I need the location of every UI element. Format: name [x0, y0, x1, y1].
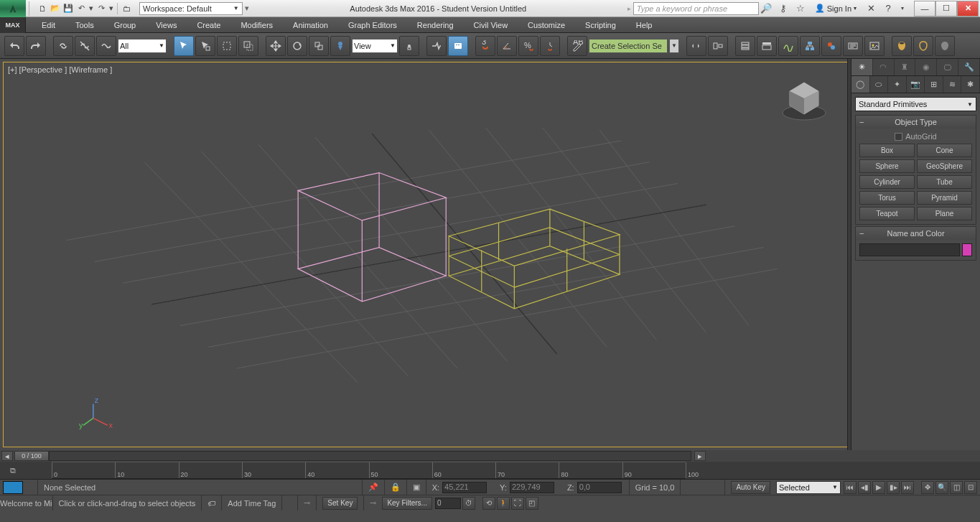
menu-views[interactable]: Views	[146, 17, 187, 33]
maxscript-indicator[interactable]	[3, 481, 23, 494]
box-button[interactable]: Box	[859, 144, 915, 157]
exchange-apps-icon[interactable]: ✕	[864, 1, 878, 16]
select-region-button[interactable]	[217, 36, 237, 56]
exchange-icon[interactable]: ☆	[793, 1, 808, 16]
setkey-button[interactable]: Set Key	[316, 495, 363, 511]
prev-frame-button[interactable]: ◂▮	[858, 481, 871, 494]
cone-button[interactable]: Cone	[917, 144, 972, 157]
lights-subtab[interactable]: ✦	[888, 76, 907, 93]
play-button[interactable]: ▶	[872, 481, 885, 494]
new-icon[interactable]: 🗋	[37, 3, 48, 14]
undo-button[interactable]	[4, 36, 24, 56]
search-submit-icon[interactable]: 🔎	[759, 1, 773, 16]
menu-grapheditors[interactable]: Graph Editors	[338, 17, 407, 33]
key-target-icon[interactable]: ⊸	[363, 495, 382, 511]
pivot-center-button[interactable]	[399, 36, 419, 56]
torus-button[interactable]: Torus	[859, 191, 915, 205]
rendered-frame-button[interactable]	[864, 36, 885, 56]
material-editor-button[interactable]	[821, 36, 841, 56]
edit-named-selection-button[interactable]: ABC	[567, 36, 587, 56]
nav-orbit-button[interactable]: ⟲	[482, 497, 495, 510]
maximize-button[interactable]: ☐	[935, 1, 957, 17]
menu-scripting[interactable]: Scripting	[575, 17, 626, 33]
menu-tools[interactable]: Tools	[65, 17, 104, 33]
object-name-input[interactable]	[859, 243, 960, 256]
spinner-snap-button[interactable]	[540, 36, 560, 56]
cylinder-button[interactable]: Cylinder	[859, 175, 915, 189]
save-icon[interactable]: 💾	[62, 3, 74, 14]
keyfilters-button[interactable]: Key Filters...	[382, 497, 432, 510]
refcoord-dropdown[interactable]: View▼	[352, 39, 398, 53]
coord-x-input[interactable]: 45,221	[442, 482, 487, 493]
app-menu[interactable]: MAX	[0, 17, 26, 33]
nav-fov-button[interactable]: ◫	[950, 481, 963, 494]
coord-y-input[interactable]: 229,749	[510, 482, 554, 493]
current-frame-input[interactable]: 0	[435, 498, 461, 509]
snap-toggle-button[interactable]: 3	[475, 36, 495, 56]
tube-button[interactable]: Tube	[917, 175, 972, 189]
nav-zoomregion-button[interactable]: ◰	[526, 497, 538, 510]
close-button[interactable]: ✕	[957, 1, 979, 17]
nav-maxviewport-button[interactable]: ⛶	[511, 497, 524, 510]
workspace-selector[interactable]: Workspace: Default ▼	[139, 2, 243, 15]
geosphere-button[interactable]: GeoSphere	[917, 159, 972, 173]
project-folder-icon[interactable]: 🗀	[121, 3, 132, 14]
named-selection-input[interactable]: Create Selection Se	[589, 39, 668, 53]
maxscript-listener-input[interactable]: Welcome to Mi	[0, 499, 52, 508]
create-tab[interactable]: ✳	[851, 59, 873, 75]
modify-tab[interactable]: ◠	[873, 59, 895, 75]
signin-button[interactable]: 👤 Sign In ▾	[811, 4, 861, 13]
menu-rendering[interactable]: Rendering	[407, 17, 464, 33]
time-slider-knob[interactable]: 0 / 100	[14, 451, 49, 461]
menu-create[interactable]: Create	[187, 17, 230, 33]
align-button[interactable]	[708, 36, 728, 56]
time-config-button[interactable]: ⏱	[462, 497, 475, 510]
pyramid-button[interactable]: Pyramid	[917, 191, 972, 205]
keymode-dropdown[interactable]: Selected▼	[776, 481, 841, 494]
slider-prev-button[interactable]: ◂	[1, 451, 13, 461]
cameras-subtab[interactable]: 📷	[907, 76, 925, 93]
menu-animation[interactable]: Animation	[283, 17, 338, 33]
move-button[interactable]	[266, 36, 286, 56]
placement-button[interactable]	[330, 36, 350, 56]
select-by-name-button[interactable]	[195, 36, 215, 56]
curve-editor-button[interactable]	[778, 36, 798, 56]
slider-next-button[interactable]: ▸	[694, 451, 706, 461]
named-selection-dropdown-icon[interactable]: ▼	[669, 39, 679, 53]
selection-filter-dropdown[interactable]: All▼	[118, 39, 167, 53]
shapes-subtab[interactable]: ⬭	[870, 76, 889, 93]
app-logo-icon[interactable]	[0, 0, 26, 17]
display-tab[interactable]: 🖵	[937, 59, 958, 75]
timeline-ruler[interactable]: 0102030405060708090100	[52, 462, 686, 479]
lock-selection-icon[interactable]: 📌	[362, 480, 384, 495]
unlink-button[interactable]	[75, 36, 95, 56]
bind-spacewarp-button[interactable]	[96, 36, 116, 56]
redo-dropdown-icon[interactable]: ▾	[108, 3, 114, 14]
utilities-tab[interactable]: 🔧	[958, 59, 980, 75]
subscription-icon[interactable]: ⚷	[776, 1, 790, 16]
angle-snap-button[interactable]	[497, 36, 517, 56]
search-chevron-icon[interactable]: ▸	[627, 5, 631, 12]
object-color-swatch[interactable]	[962, 243, 972, 256]
nav-zoom-button[interactable]: 🔍	[935, 481, 948, 494]
help-dropdown-icon[interactable]: ▾	[898, 1, 907, 16]
infocenter-search[interactable]: Type a keyword or phrase	[633, 2, 759, 15]
undo-icon[interactable]: ↶	[75, 3, 87, 14]
menu-customize[interactable]: Customize	[518, 17, 575, 33]
helpers-subtab[interactable]: ⊞	[925, 76, 943, 93]
time-tag-icon[interactable]: 🏷	[201, 495, 221, 511]
motion-tab[interactable]: ◉	[915, 59, 937, 75]
goto-start-button[interactable]: ⏮	[844, 481, 857, 494]
render-activeshade-button[interactable]	[935, 36, 955, 56]
hierarchy-tab[interactable]: ♜	[895, 59, 916, 75]
menu-modifiers[interactable]: Modifiers	[230, 17, 283, 33]
goto-end-button[interactable]: ⏭	[901, 481, 914, 494]
nav-zoomall-button[interactable]: ⊡	[964, 481, 977, 494]
rotate-button[interactable]	[287, 36, 307, 56]
teapot-button[interactable]: Teapot	[859, 207, 915, 220]
undo-dropdown-icon[interactable]: ▾	[88, 3, 94, 14]
menu-group[interactable]: Group	[104, 17, 146, 33]
keyboard-shortcut-button[interactable]	[448, 36, 468, 56]
select-object-button[interactable]	[174, 36, 194, 56]
menu-civilview[interactable]: Civil View	[464, 17, 518, 33]
